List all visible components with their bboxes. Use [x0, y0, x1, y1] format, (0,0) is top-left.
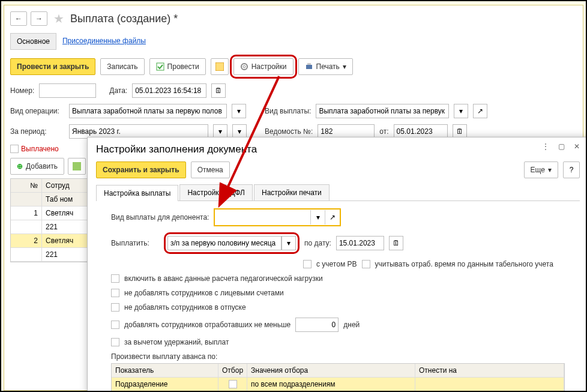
popup-tab-pay[interactable]: Настройка выплаты: [96, 185, 178, 201]
todate-input[interactable]: [336, 236, 384, 250]
chevron-down-icon[interactable]: ▾: [232, 104, 246, 118]
vac-checkbox[interactable]: [111, 303, 119, 312]
calendar-icon[interactable]: 🗓: [389, 236, 403, 250]
rv-label: с учетом РВ: [316, 260, 357, 268]
g2-cell[interactable]: [218, 378, 247, 391]
number-label: Номер:: [10, 86, 34, 95]
grid-cell[interactable]: 221: [42, 220, 88, 234]
days-input[interactable]: [295, 318, 339, 332]
g2-cell[interactable]: по всем подразделениям: [247, 378, 415, 391]
calendar-icon[interactable]: 🗓: [211, 83, 226, 98]
toolbar-extra-button[interactable]: [68, 158, 86, 175]
grid-header-emp[interactable]: Сотруд: [42, 179, 88, 193]
chevron-down-icon[interactable]: ▾: [454, 104, 468, 118]
rv-checkbox[interactable]: [303, 260, 312, 268]
nav-back-button[interactable]: ←: [10, 11, 27, 26]
paid-label: Выплачено: [21, 145, 59, 153]
close-icon[interactable]: ✕: [571, 141, 582, 152]
deduct-checkbox[interactable]: [111, 338, 119, 346]
svg-rect-4: [306, 65, 312, 69]
page-title: Выплата (создание) *: [70, 13, 178, 25]
popup-more-button[interactable]: Еще ▾: [524, 161, 558, 178]
svg-rect-5: [307, 63, 311, 65]
edit-icon-button[interactable]: [211, 58, 229, 75]
grid-header-num[interactable]: №: [11, 179, 42, 193]
g2-header-assign[interactable]: Отнести на: [415, 364, 564, 378]
settings-highlight: Настройки: [230, 55, 297, 79]
paytype-input[interactable]: [316, 104, 449, 118]
grid-cell[interactable]: 221: [42, 248, 88, 262]
popup-tab-print[interactable]: Настройки печати: [254, 184, 330, 201]
pednag-label: включить в аванс данные расчета педагоги…: [124, 274, 323, 283]
grid-cell[interactable]: 2: [11, 234, 42, 248]
chevron-down-icon[interactable]: ▾: [281, 236, 296, 250]
paytype-label: Вид выплаты:: [265, 107, 311, 115]
statement-label: Ведомость №:: [265, 127, 313, 136]
popup-save-close-button[interactable]: Сохранить и закрыть: [96, 161, 186, 178]
tabel-checkbox[interactable]: [362, 260, 370, 268]
pay-highlight: ▾: [164, 232, 300, 254]
g2-cell[interactable]: Подразделение: [112, 378, 218, 391]
grid-cell[interactable]: Светляч: [42, 234, 88, 248]
svg-rect-0: [157, 63, 164, 70]
tabel-label: учитывать отраб. время по данным табельн…: [375, 260, 553, 268]
external-link-icon[interactable]: ↗: [325, 210, 339, 225]
svg-rect-1: [215, 62, 224, 71]
pednag-checkbox[interactable]: [111, 274, 119, 283]
lic-checkbox[interactable]: [111, 289, 119, 297]
avans-header: Произвести выплату аванса по:: [111, 352, 565, 361]
nav-fwd-button[interactable]: →: [31, 11, 47, 26]
settings-button[interactable]: Настройки: [233, 58, 294, 75]
chevron-down-icon[interactable]: ▾: [310, 210, 325, 225]
commit-close-button[interactable]: Провести и закрыть: [10, 58, 95, 75]
svg-point-2: [241, 64, 247, 70]
popup-help-button[interactable]: ?: [563, 161, 580, 178]
work-label: добавлять сотрудников отработавших не ме…: [124, 321, 290, 329]
tab-main[interactable]: Основное: [10, 33, 56, 50]
add-button[interactable]: ⊕ Добавить: [10, 158, 64, 175]
popup-tab-ndfl[interactable]: Настройка НДФЛ: [179, 184, 253, 201]
work-checkbox[interactable]: [111, 321, 119, 329]
popup-title: Настройки заполнения документа: [96, 143, 580, 155]
svg-rect-6: [73, 162, 81, 170]
pay-label: Выплатить:: [111, 239, 159, 247]
optype-label: Вид операции:: [10, 107, 64, 115]
gear-icon: [240, 62, 248, 71]
commit-button[interactable]: Провести: [149, 58, 206, 75]
g2-header-filter[interactable]: Отбор: [218, 364, 247, 378]
todate-label: по дату:: [304, 239, 331, 247]
optype-input[interactable]: [69, 104, 227, 118]
grid-cell[interactable]: 1: [11, 207, 42, 220]
paid-checkbox[interactable]: [10, 145, 19, 153]
chevron-down-icon: ▾: [343, 62, 346, 71]
from-label: от:: [379, 127, 388, 136]
g2-cell[interactable]: [415, 378, 564, 391]
minimize-icon[interactable]: ▢: [556, 141, 567, 152]
popup-cancel-button[interactable]: Отмена: [191, 161, 230, 178]
deponent-input[interactable]: [215, 210, 310, 225]
save-button[interactable]: Записать: [100, 58, 144, 75]
tab-attached-files[interactable]: Присоединенные файлы: [56, 33, 152, 50]
filter-checkbox[interactable]: [229, 380, 237, 388]
grid-cell[interactable]: Светляч: [42, 207, 88, 220]
grid-header-tab[interactable]: Таб ном: [42, 193, 88, 207]
print-button[interactable]: Печать ▾: [298, 58, 353, 75]
commit-icon: [156, 62, 164, 71]
more-dots-icon[interactable]: ⋮: [540, 141, 551, 152]
period-label: За период:: [10, 127, 64, 136]
print-icon: [305, 62, 313, 71]
days-label: дней: [343, 321, 360, 329]
date-label: Дата:: [109, 86, 127, 95]
star-icon[interactable]: ★: [53, 11, 64, 26]
chevron-down-icon: ▾: [548, 166, 552, 174]
number-input[interactable]: [39, 83, 96, 98]
vac-label: не добавлять сотрудников в отпуске: [124, 303, 246, 312]
g2-header-values[interactable]: Значения отбора: [247, 364, 415, 378]
g2-header-indicator[interactable]: Показатель: [112, 364, 218, 378]
external-link-icon[interactable]: ↗: [473, 104, 487, 118]
plus-icon: ⊕: [17, 162, 23, 170]
date-input[interactable]: [132, 83, 206, 98]
pay-input[interactable]: [167, 236, 281, 250]
deduct-label: за вычетом удержаний, выплат: [124, 338, 229, 346]
table-icon: [73, 162, 81, 170]
